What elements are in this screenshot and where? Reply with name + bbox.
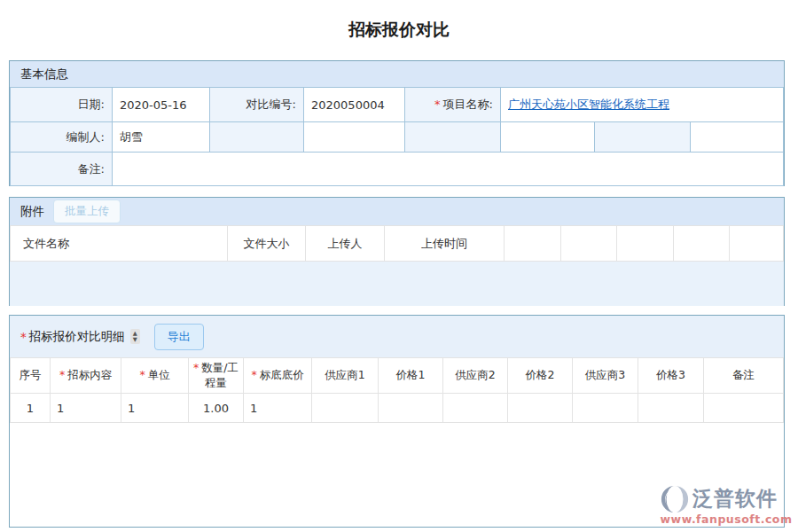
compiler-value: 胡雪 [113,122,210,153]
empty-label-cell-2 [405,122,501,153]
detail-data-row: 1 1 1 1.00 1 [11,394,784,423]
attachments-section-header: 附件 批量上传 [10,198,784,225]
detail-section-header: * 招标报价对比明细 ▲ ▼ 导出 [10,316,784,357]
date-value: 2020-05-16 [113,88,210,122]
col-content: *招标内容 [51,358,121,394]
export-button[interactable]: 导出 [154,324,204,350]
sort-icon[interactable]: ▲ ▼ [130,329,140,344]
cell-price3 [638,394,704,423]
brand-name: 泛普软件 [692,487,778,512]
compiler-label: 编制人: [11,122,113,153]
project-name-label: *项目名称: [405,88,501,122]
empty-label-cell-3 [595,122,691,153]
cell-remarks [704,394,784,423]
col-empty-2 [561,226,617,262]
col-price3: 价格3 [638,358,704,394]
col-unit-text: 单位 [148,368,170,381]
col-empty-4 [674,226,730,262]
col-supplier1: 供应商1 [312,358,379,394]
required-asterisk: * [139,368,145,381]
empty-value-cell-1 [304,122,405,153]
col-price2: 价格2 [508,358,573,394]
compare-no-value: 2020050004 [304,88,405,122]
cell-base-price: 1 [244,394,312,423]
col-supplier2: 供应商2 [443,358,508,394]
basic-info-row-3: 备注: [11,153,784,186]
detail-table: 序号 *招标内容 *单位 *数量/工程量 *标底底价 供应商1 价格1 供应商2… [10,357,784,423]
attachments-section: 附件 批量上传 文件名称 文件大小 上传人 上传时间 [9,197,785,306]
col-remarks: 备注 [704,358,784,394]
col-quantity: *数量/工程量 [189,358,244,394]
attachments-header-row: 文件名称 文件大小 上传人 上传时间 [11,226,784,262]
brand-website: www.fanpusoft.com [660,512,793,526]
col-upload-time: 上传时间 [385,226,505,262]
remarks-value [113,153,784,186]
basic-info-row-2: 编制人: 胡雪 [11,122,784,153]
basic-info-section-header: 基本信息 [10,61,784,87]
cell-supplier3 [573,394,638,423]
col-price1: 价格1 [379,358,443,394]
attachments-title: 附件 [20,204,44,220]
cell-unit: 1 [121,394,189,423]
cell-quantity: 1.00 [189,394,244,423]
col-unit: *单位 [121,358,189,394]
sort-down-arrow-icon: ▼ [133,337,137,343]
col-base-price-text: 标底底价 [260,368,304,381]
attachments-table: 文件名称 文件大小 上传人 上传时间 [10,225,784,262]
required-asterisk: * [20,330,27,344]
detail-title: 招标报价对比明细 [29,329,125,345]
col-quantity-text: 数量/工程量 [201,361,239,388]
project-name-label-text: 项目名称: [443,98,493,111]
basic-info-title: 基本信息 [20,66,68,82]
fanpu-logo-icon [660,484,690,514]
required-asterisk: * [251,368,256,381]
required-asterisk: * [59,368,65,381]
required-asterisk: * [193,361,199,374]
col-file-name: 文件名称 [11,226,228,262]
project-name-cell: 广州天心苑小区智能化系统工程 [501,88,784,122]
basic-info-table: 日期: 2020-05-16 对比编号: 2020050004 *项目名称: 广… [10,87,784,186]
col-uploader: 上传人 [306,226,385,262]
cell-price1 [379,394,443,423]
date-label: 日期: [11,88,113,122]
col-seq: 序号 [11,358,51,394]
col-empty-1 [505,226,561,262]
empty-value-cell-2 [501,122,595,153]
cell-content: 1 [51,394,121,423]
cell-seq: 1 [11,394,51,423]
empty-value-cell-3 [691,122,784,153]
page-title: 招标报价对比 [0,18,798,41]
required-asterisk: * [434,98,441,111]
cell-supplier1 [312,394,379,423]
batch-upload-button[interactable]: 批量上传 [53,200,121,223]
empty-label-cell-1 [210,122,304,153]
cell-price2 [508,394,573,423]
col-supplier3: 供应商3 [573,358,638,394]
project-name-link[interactable]: 广州天心苑小区智能化系统工程 [508,98,669,111]
cell-supplier2 [443,394,508,423]
basic-info-row-1: 日期: 2020-05-16 对比编号: 2020050004 *项目名称: 广… [11,88,784,122]
remarks-label: 备注: [11,153,113,186]
basic-info-section: 基本信息 日期: 2020-05-16 对比编号: 2020050004 *项目… [9,60,785,186]
col-empty-5 [730,226,784,262]
fanpu-logo: 泛普软件 www.fanpusoft.com [660,484,793,526]
col-file-size: 文件大小 [228,226,306,262]
attachments-empty-body [10,262,784,306]
compare-no-label: 对比编号: [210,88,304,122]
col-content-text: 招标内容 [67,368,112,381]
detail-header-row: 序号 *招标内容 *单位 *数量/工程量 *标底底价 供应商1 价格1 供应商2… [11,358,784,394]
col-base-price: *标底底价 [244,358,312,394]
col-empty-3 [617,226,674,262]
